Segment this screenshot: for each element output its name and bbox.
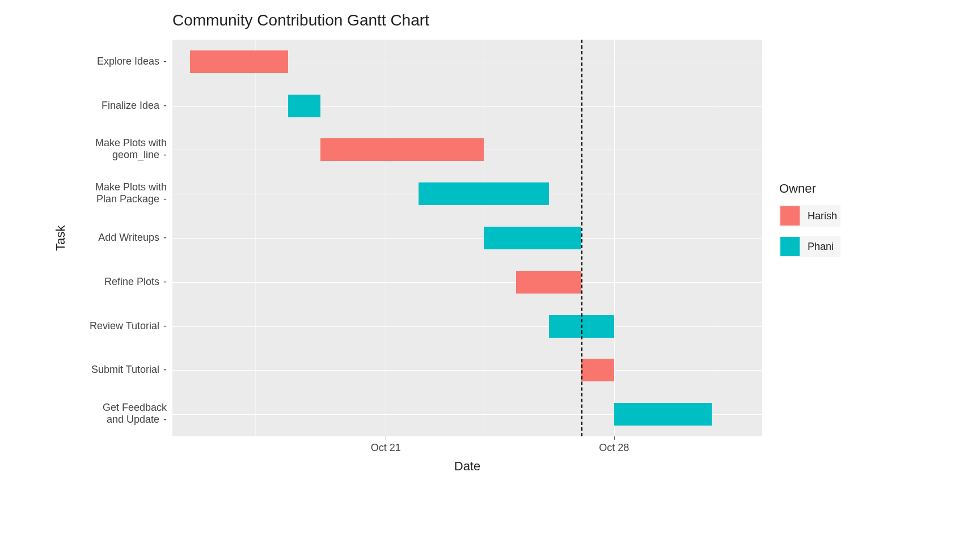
y-tick-label: Get Feedback and Update - — [65, 402, 167, 425]
chart-title: Community Contribution Gantt Chart — [172, 11, 429, 29]
today-vline — [581, 40, 582, 436]
y-tick-label: Submit Tutorial - — [65, 364, 167, 376]
legend-item-phani: Phani — [779, 236, 840, 257]
legend-title: Owner — [779, 181, 840, 196]
gridline-h — [172, 326, 762, 327]
gridline-h — [172, 282, 762, 283]
y-tick-label: Make Plots with Plan Package - — [65, 181, 167, 205]
y-tick-label: Add Writeups - — [65, 232, 167, 244]
gridline-v — [614, 40, 615, 436]
gridline-v — [255, 40, 256, 436]
gantt-bar — [516, 271, 581, 294]
y-tick-label: Refine Plots - — [65, 276, 167, 288]
x-axis-title: Date — [172, 459, 762, 474]
plot-area — [172, 40, 762, 436]
legend-swatch-harish — [780, 206, 800, 226]
y-tick-label: Explore Ideas - — [65, 56, 167, 67]
gridline-v — [386, 40, 386, 436]
gridline-h — [172, 370, 762, 371]
gantt-bar — [419, 182, 549, 205]
x-tick-mark — [614, 436, 615, 440]
gridline-v — [712, 40, 712, 436]
y-tick-label: Finalize Idea - — [65, 100, 167, 112]
x-tick-mark — [386, 436, 386, 440]
gantt-bar — [320, 138, 484, 161]
legend-swatch-phani — [780, 237, 800, 256]
gantt-bar — [581, 359, 614, 381]
legend-label-harish: Harish — [808, 210, 837, 222]
y-tick-label: Review Tutorial - — [65, 320, 167, 332]
gantt-bar — [614, 403, 712, 426]
gantt-bar — [484, 227, 582, 249]
gantt-bar — [190, 50, 288, 73]
gantt-bar — [288, 95, 321, 117]
legend-item-harish: Harish — [779, 205, 840, 227]
gridline-h — [172, 238, 762, 239]
legend: Owner Harish Phani — [779, 181, 840, 266]
legend-label-phani: Phani — [808, 241, 834, 253]
y-tick-label: Make Plots with geom_line - — [65, 137, 167, 160]
x-tick-label: Oct 28 — [599, 442, 629, 454]
gantt-chart: Community Contribution Gantt Chart Task … — [65, 11, 915, 476]
gridline-h — [172, 106, 762, 107]
x-tick-label: Oct 21 — [371, 442, 401, 454]
